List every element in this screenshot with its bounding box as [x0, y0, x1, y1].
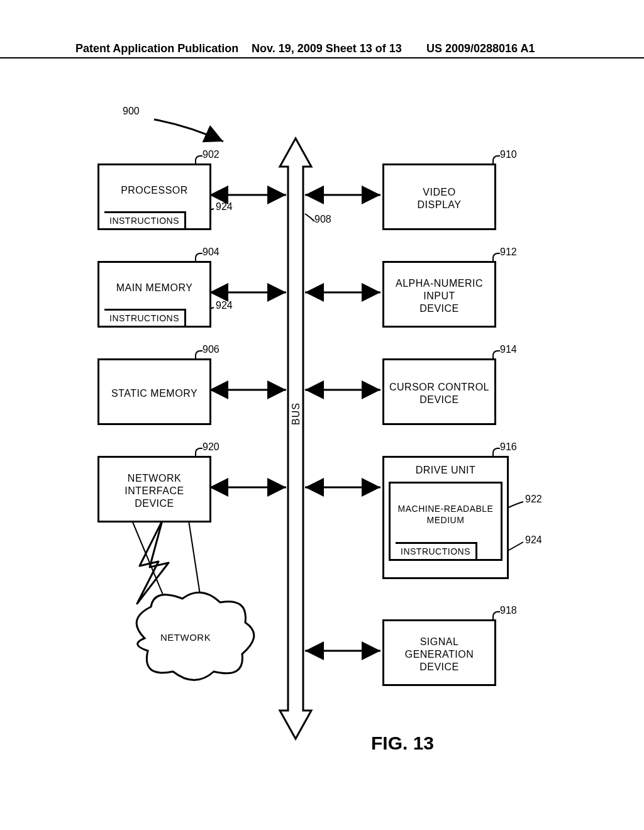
diagram-overlay	[0, 0, 644, 830]
label-drive-unit: DRIVE UNIT	[413, 458, 479, 482]
inner-instructions-mainmem: INSTRUCTIONS	[104, 309, 186, 326]
label-mr-medium: MACHINE-READABLE MEDIUM	[396, 484, 496, 542]
box-processor: PROCESSOR INSTRUCTIONS	[97, 163, 211, 230]
label-network-interface: NETWORK INTERFACE DEVICE	[122, 458, 186, 521]
figure-caption: FIG. 13	[371, 733, 434, 754]
label-static-memory: STATIC MEMORY	[109, 360, 200, 423]
bus-label: BUS	[291, 402, 302, 425]
arrow-900	[154, 119, 223, 141]
ref-912: 912	[500, 246, 517, 258]
box-alpha-input: ALPHA-NUMERIC INPUT DEVICE	[382, 261, 496, 328]
page-header: Patent Application Publication Nov. 19, …	[0, 53, 644, 58]
box-main-memory: MAIN MEMORY INSTRUCTIONS	[97, 261, 211, 328]
ref-922: 922	[525, 494, 542, 505]
ref-924c: 924	[525, 534, 542, 546]
ref-916: 916	[500, 441, 517, 453]
ref-918: 918	[500, 605, 517, 616]
label-alpha-input: ALPHA-NUMERIC INPUT DEVICE	[393, 263, 486, 326]
label-cursor-control: CURSOR CONTROL DEVICE	[387, 360, 492, 423]
box-signal-gen: SIGNAL GENERATION DEVICE	[382, 619, 496, 686]
page: Patent Application Publication Nov. 19, …	[0, 0, 644, 830]
ref-914: 914	[500, 344, 517, 355]
ref-924b: 924	[216, 300, 233, 311]
label-processor: PROCESSOR	[118, 165, 191, 211]
ref-920: 920	[203, 441, 219, 453]
box-mr-medium: MACHINE-READABLE MEDIUM INSTRUCTIONS	[389, 482, 502, 561]
ref-900: 900	[123, 106, 140, 117]
inner-instructions-processor: INSTRUCTIONS	[104, 211, 186, 228]
label-video-display: VIDEO DISPLAY	[415, 165, 464, 228]
ref-906: 906	[203, 344, 219, 355]
nid-net-line-2	[189, 521, 201, 602]
box-drive-unit: DRIVE UNIT MACHINE-READABLE MEDIUM INSTR…	[382, 456, 509, 579]
box-static-memory: STATIC MEMORY	[97, 358, 211, 425]
nid-net-line-1	[132, 521, 167, 604]
ref-910: 910	[500, 149, 517, 160]
ref-902: 902	[203, 149, 219, 160]
leader-908	[305, 214, 314, 221]
ref-904: 904	[203, 246, 219, 258]
label-main-memory: MAIN MEMORY	[114, 263, 196, 309]
bus-shape	[280, 138, 311, 739]
box-video-display: VIDEO DISPLAY	[382, 163, 496, 230]
lightning-bolt	[137, 521, 169, 604]
box-cursor-control: CURSOR CONTROL DEVICE	[382, 358, 496, 425]
header-right: US 2009/0288016 A1	[426, 42, 535, 55]
box-network-interface: NETWORK INTERFACE DEVICE	[97, 456, 211, 523]
inner-instructions-drive: INSTRUCTIONS	[396, 542, 477, 559]
ref-924a: 924	[216, 201, 233, 213]
label-network: NETWORK	[160, 632, 211, 643]
header-middle: Nov. 19, 2009 Sheet 13 of 13	[252, 42, 402, 55]
label-signal-gen: SIGNAL GENERATION DEVICE	[402, 621, 477, 684]
ref-908: 908	[314, 214, 331, 225]
header-left: Patent Application Publication	[75, 42, 238, 55]
